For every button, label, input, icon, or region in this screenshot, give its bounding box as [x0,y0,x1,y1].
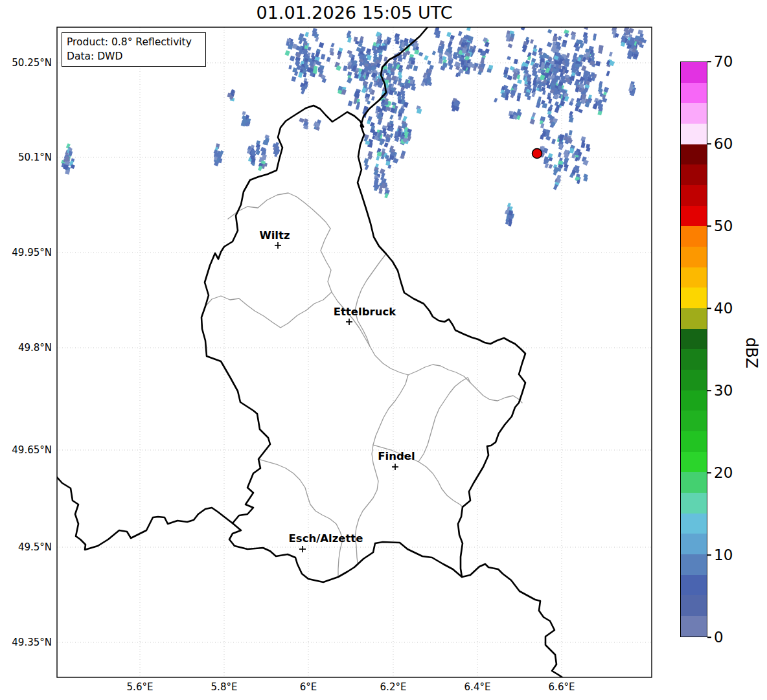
colorbar-tick-label: 30 [714,382,733,399]
colorbar-segment [681,329,707,350]
colorbar-tick-label: 70 [714,53,733,70]
product-info-box: Product: 0.8° Reflectivity Data: DWD [62,32,206,67]
borders [57,27,562,677]
colorbar-segment [681,226,707,247]
colorbar-segment [681,124,707,144]
colorbar-segment [681,206,707,227]
colorbar-tick-label: 40 [714,300,733,317]
country-border [299,106,363,127]
colorbar-segment [681,411,707,431]
colorbar-tickmark [707,308,711,309]
radar-echo-cluster [284,28,334,95]
colorbar-tickmark [707,61,711,62]
colorbar-tick-label: 60 [714,135,733,152]
colorbar-tickmark [707,225,711,227]
radar-echo-cluster [241,111,251,127]
radar-echo-cluster [505,203,514,227]
colorbar-tickmark [707,637,711,638]
colorbar-segment [681,472,707,493]
product-label: Product: 0.8° Reflectivity [67,35,201,49]
y-tick-label: 49.35°N [1,637,52,648]
city-label: Ettelbruck [334,306,396,318]
radar-echo-cluster [247,134,269,171]
district-border [258,459,343,576]
district-border [418,378,470,462]
city-marker-cross [299,546,306,552]
district-border [355,254,386,346]
x-tick-label: 6.2°E [367,681,419,693]
x-tick-label: 5.6°E [114,681,166,693]
district-border [408,365,522,403]
radar-echo-cluster [299,118,308,130]
colorbar-segment [681,514,707,534]
city-label: Esch/Alzette [289,532,363,545]
y-tick-label: 49.95°N [1,247,52,258]
colorbar-segment [681,452,707,473]
colorbar-segment [681,493,707,514]
colorbar-segment [681,595,707,616]
colorbar-segment [681,267,707,288]
radar-echo-cluster [432,27,494,78]
y-tick-label: 49.5°N [1,541,52,553]
radar-echo-cluster [227,89,236,102]
district-border [228,193,330,229]
city-label: Wiltz [259,229,290,242]
city-marker-cross [275,242,281,249]
colorbar-segment [681,308,707,329]
radar-echo-cluster [451,98,460,111]
data-source-label: Data: DWD [67,49,201,63]
colorbar-segment [681,349,707,370]
colorbar-tick-label: 50 [714,218,733,234]
radar-echo-cluster [628,81,636,96]
radar-echo-cluster [314,119,321,131]
map-canvas [0,0,767,700]
radar-echo-cluster [494,24,617,128]
colorbar-tickmark [707,143,711,144]
y-tick-label: 50.25°N [1,57,52,69]
x-tick-label: 6.4°E [452,681,503,693]
colorbar-tick-label: 10 [714,547,733,563]
y-tick-label: 49.65°N [1,444,52,456]
gridlines [57,27,652,677]
radar-echo-cluster [420,55,433,87]
colorbar-segment [681,575,707,596]
city-markers [275,242,398,552]
colorbar-tick-label: 20 [714,464,733,481]
x-tick-label: 6.6°E [536,681,588,693]
colorbar-segment [681,431,707,452]
radar-echo-cluster [272,142,280,157]
colorbar-segment [681,164,707,185]
city-marker-cross [346,319,352,325]
colorbar-segment [681,185,707,206]
x-tick-label: 6°E [282,681,334,693]
colorbar-tickmark [707,472,711,473]
axes-spine [57,27,652,677]
colorbar-tickmark [707,390,711,391]
y-tick-label: 49.8°N [1,342,52,354]
colorbar-tick-label: 0 [714,629,724,646]
colorbar [680,62,707,637]
colorbar-tickmark [707,554,711,556]
country-border [57,477,233,550]
colorbar-segment [681,390,707,411]
city-label: Findel [378,450,415,462]
colorbar-segment [681,62,707,83]
colorbar-segment [681,83,707,104]
radar-echo-cluster [615,26,647,60]
colorbar-segment [681,247,707,267]
radar-echo-cluster [214,143,224,166]
y-tick-label: 50.1°N [1,152,52,163]
radar-site-dot [532,149,542,159]
colorbar-segment [681,288,707,308]
radar-figure: 01.01.2026 15:05 UTC Product: 0.8° Refle… [0,0,767,700]
colorbar-segment [681,616,707,637]
colorbar-segment [681,534,707,554]
colorbar-segment [681,370,707,390]
colorbar-segment [681,103,707,124]
radar-echo-cluster [61,143,75,175]
radar-echo-cluster [536,116,590,190]
colorbar-segment [681,144,707,165]
colorbar-segment [681,554,707,575]
x-tick-label: 5.8°E [198,681,250,693]
city-marker-cross [392,464,398,470]
